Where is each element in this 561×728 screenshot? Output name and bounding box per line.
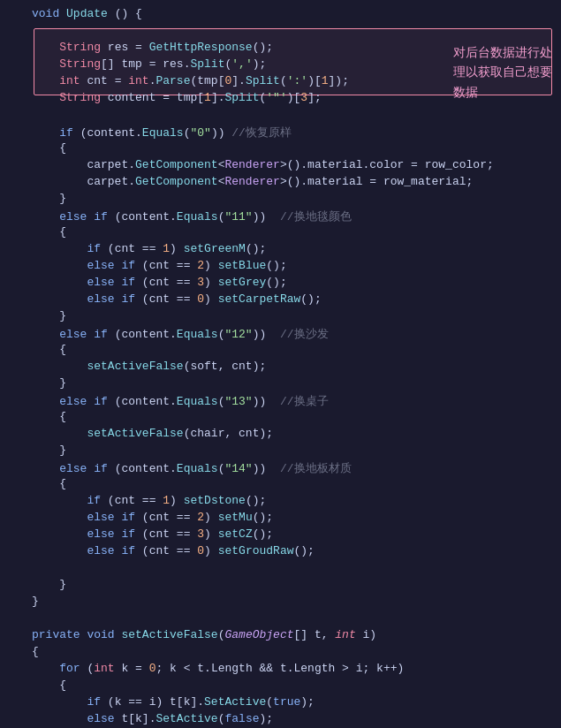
code-line: setActiveFalse(soft, cnt); — [0, 360, 561, 376]
code-line: { — [0, 679, 561, 695]
code-line: } — [0, 192, 561, 209]
code-line: { — [0, 141, 561, 158]
code-line: { — [0, 410, 561, 427]
code-line: String res = GetHttpResponse(); — [0, 41, 561, 57]
code-line: } — [0, 595, 561, 611]
code-line: if (k == i) t[k].SetActive(true); — [0, 695, 561, 712]
code-line: carpet.GetComponent<Renderer>().material… — [0, 175, 561, 192]
code-container: 对后台数据进行处理以获取自己想要数据 void Update () { Stri… — [0, 0, 561, 728]
code-line: else if (content.Equals("11")) //换地毯颜色 — [0, 209, 561, 225]
code-line: } — [0, 309, 561, 326]
code-line: for (int k = 0; k < t.Length && t.Length… — [0, 662, 561, 679]
code-line: { — [0, 477, 561, 494]
code-line: void Update () { — [0, 7, 561, 24]
code-line: { — [0, 343, 561, 360]
code-line: else if (cnt == 2) setBlue(); — [0, 259, 561, 276]
code-line: else if (cnt == 2) setMu(); — [0, 511, 561, 527]
code-line: else if (content.Equals("14")) //换地板材质 — [0, 460, 561, 477]
code-line: else t[k].SetActive(false); — [0, 712, 561, 728]
code-line: if (cnt == 1) setGreenM(); — [0, 242, 561, 259]
code-line — [0, 561, 561, 578]
code-line: } — [0, 444, 561, 460]
code-line: int cnt = int.Parse(tmp[0].Split(':')[1]… — [0, 74, 561, 91]
code-line: else if (cnt == 3) setCZ(); — [0, 527, 561, 544]
code-line: { — [0, 225, 561, 242]
code-line: } — [0, 578, 561, 595]
code-line — [0, 611, 561, 628]
code-line: private void setActiveFalse(GameObject[]… — [0, 628, 561, 645]
code-line: setActiveFalse(chair, cnt); — [0, 427, 561, 444]
code-line: { — [0, 645, 561, 662]
code-line: else if (cnt == 3) setGrey(); — [0, 276, 561, 292]
code-line: if (content.Equals("0")) //恢复原样 — [0, 125, 561, 141]
code-line — [0, 108, 561, 125]
code-line — [0, 24, 561, 41]
code-line: if (cnt == 1) setDstone(); — [0, 494, 561, 511]
code-line: else if (cnt == 0) setGroudRaw(); — [0, 544, 561, 561]
code-line: else if (cnt == 0) setCarpetRaw(); — [0, 292, 561, 309]
code-line: else if (content.Equals("12")) //换沙发 — [0, 326, 561, 343]
code-line: String content = tmp[1].Split('"')[3]; — [0, 91, 561, 108]
code-line: else if (content.Equals("13")) //换桌子 — [0, 393, 561, 410]
code-line: carpet.GetComponent<Renderer>().material… — [0, 158, 561, 175]
code-line: } — [0, 376, 561, 393]
code-line: String[] tmp = res.Split(','); — [0, 57, 561, 74]
